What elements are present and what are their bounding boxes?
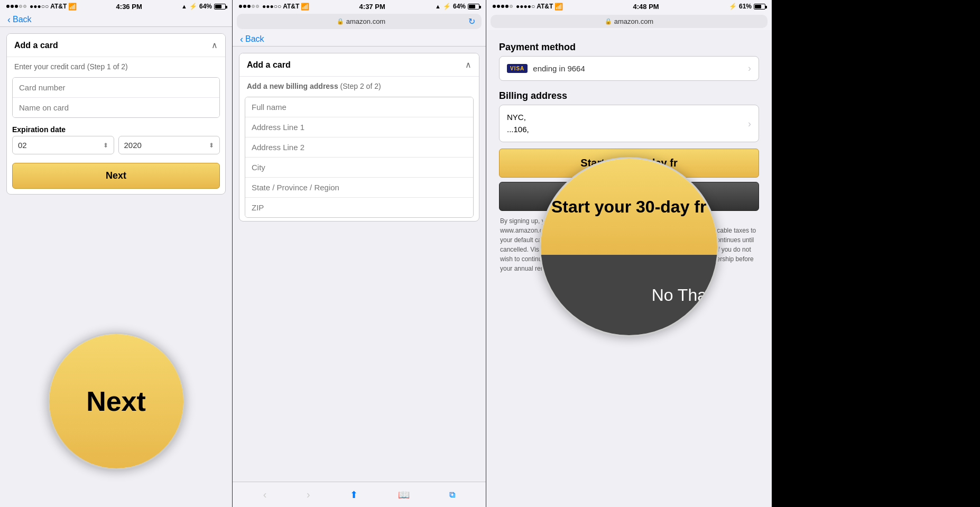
collapse-icon-2[interactable]: ∧	[465, 60, 471, 70]
month-select[interactable]: 02 ⬍	[12, 136, 114, 154]
address-box[interactable]: NYC,...106, ›	[499, 105, 759, 142]
exp-label: Expiration date	[7, 121, 225, 136]
collapse-icon-1[interactable]: ∧	[211, 40, 218, 50]
tabs-button-2[interactable]: ⧉	[445, 488, 459, 502]
time-1: 4:36 PM	[116, 3, 142, 11]
state-input[interactable]	[245, 178, 473, 198]
url-bar-2[interactable]: 🔒 amazon.com ↻	[237, 14, 482, 29]
dot4-p2	[252, 5, 255, 8]
status-bar-1: ●●●○○ AT&T 📶 4:36 PM ▲ ⚡ 64%	[0, 0, 232, 12]
time-3: 4:48 PM	[633, 3, 659, 11]
phone-3: ●●●●○ AT&T 📶 4:48 PM ⚡ 61% 🔒 amazon.com …	[486, 0, 772, 507]
time-2: 4:37 PM	[359, 3, 385, 11]
billing-address-title: Billing address	[499, 87, 759, 105]
status-left-1: ●●●○○ AT&T 📶	[6, 3, 77, 11]
status-right-2: ▲ ⚡ 64%	[435, 3, 479, 10]
section-title-2: Add a card	[247, 60, 291, 70]
dot3	[15, 5, 18, 8]
year-value: 2020	[124, 141, 142, 150]
dot2-p2	[243, 5, 246, 8]
status-right-1: ▲ ⚡ 64%	[181, 3, 226, 10]
signal-dots-2	[239, 5, 259, 8]
wifi-icon-3: 📶	[554, 3, 563, 11]
phone-2: ●●●○○ AT&T 📶 4:37 PM ▲ ⚡ 64% 🔒 amazon.co…	[233, 0, 486, 507]
year-arrow-icon: ⬍	[209, 142, 214, 149]
url-center-2: 🔒 amazon.com	[254, 17, 468, 25]
chevron-left-icon-1: ‹	[7, 15, 11, 24]
url-text-3: amazon.com	[614, 17, 653, 25]
add-card-section-2: Add a card ∧ Add a new billing address (…	[239, 53, 479, 222]
url-text-2: amazon.com	[346, 17, 385, 25]
address-line2-input[interactable]	[245, 137, 473, 158]
next-button-1[interactable]: Next	[12, 163, 220, 189]
month-arrow-icon: ⬍	[103, 142, 108, 149]
battery-1	[214, 4, 226, 10]
url-bar-3[interactable]: 🔒 amazon.com	[491, 15, 768, 28]
name-on-card-input[interactable]	[13, 98, 219, 117]
exp-row: 02 ⬍ 2020 ⬍	[7, 136, 225, 160]
content-3: Payment method VISA ending in 9664 › Bil…	[486, 30, 772, 507]
signal-dots-1	[6, 5, 26, 8]
bluetooth-icon-1: ⚡	[189, 3, 197, 10]
forward-nav-button-2[interactable]: ›	[302, 486, 315, 503]
signal-dots-3	[493, 5, 513, 8]
dot1-p3	[493, 5, 496, 8]
card-row-chevron-icon: ›	[748, 63, 751, 74]
back-button-2[interactable]: ‹ Back	[240, 34, 478, 44]
carrier-2: ●●●○○ AT&T	[262, 3, 299, 10]
back-button-1[interactable]: ‹ Back	[7, 15, 225, 24]
visa-badge: VISA	[507, 64, 528, 73]
carrier-1: ●●●○○ AT&T	[30, 3, 67, 10]
battery-pct-2: 64%	[453, 3, 466, 10]
zip-input[interactable]	[245, 198, 473, 217]
bluetooth-icon-2: ⚡	[443, 3, 451, 10]
lock-icon-2: 🔒	[337, 18, 344, 25]
card-input-group	[12, 77, 220, 118]
dot4	[19, 5, 22, 8]
address-chevron-icon: ›	[748, 118, 751, 129]
section-title-1: Add a card	[14, 41, 58, 50]
wifi-icon-1: 📶	[68, 3, 77, 11]
battery-3	[754, 4, 765, 10]
share-button-2[interactable]: ⬆	[346, 487, 362, 503]
month-value: 02	[18, 141, 27, 150]
year-select[interactable]: 2020 ⬍	[118, 136, 220, 154]
dot1	[6, 5, 10, 8]
bluetooth-icon-3: ⚡	[729, 3, 737, 10]
city-input[interactable]	[245, 158, 473, 178]
billing-input-group	[245, 97, 474, 218]
dot5-p2	[256, 5, 259, 8]
url-center-3: 🔒 amazon.com	[507, 17, 751, 25]
address-line1-input[interactable]	[245, 117, 473, 137]
card-number-input[interactable]	[13, 78, 219, 98]
back-nav-button-2[interactable]: ‹	[259, 486, 271, 503]
magnifier-circle-1: Next	[48, 333, 185, 470]
dot2	[11, 5, 14, 8]
dot4-p3	[505, 5, 509, 8]
carrier-3: ●●●●○ AT&T	[516, 3, 553, 10]
dot3-p2	[247, 5, 251, 8]
location-icon-2: ▲	[435, 3, 441, 10]
chevron-left-icon-2: ‹	[240, 34, 243, 44]
battery-pct-1: 64%	[199, 3, 212, 10]
back-label-2: Back	[245, 34, 264, 44]
phone-1: ●●●○○ AT&T 📶 4:36 PM ▲ ⚡ 64% ‹ Back Add …	[0, 0, 233, 507]
bookmarks-button-2[interactable]: 📖	[394, 487, 414, 503]
address-text: NYC,...106,	[507, 112, 751, 135]
card-row-left: VISA ending in 9664	[507, 64, 585, 73]
location-icon-1: ▲	[181, 3, 187, 10]
status-right-3: ⚡ 61%	[729, 3, 765, 10]
back-label-1: Back	[13, 15, 32, 24]
dot2-p3	[497, 5, 500, 8]
card-row[interactable]: VISA ending in 9664 ›	[499, 56, 759, 81]
dot1-p2	[239, 5, 242, 8]
payment-method-title: Payment method	[499, 36, 759, 56]
dot5	[23, 5, 26, 8]
magnifier-circle-3: Start your 30-day fr No Tha	[539, 157, 719, 337]
full-name-input[interactable]	[245, 97, 473, 117]
status-bar-2: ●●●○○ AT&T 📶 4:37 PM ▲ ⚡ 64%	[233, 0, 486, 12]
wifi-icon-2: 📶	[301, 3, 309, 11]
content-2: Add a card ∧ Add a new billing address (…	[233, 47, 486, 482]
reload-icon-2[interactable]: ↻	[468, 16, 475, 26]
dot5-p3	[510, 5, 513, 8]
